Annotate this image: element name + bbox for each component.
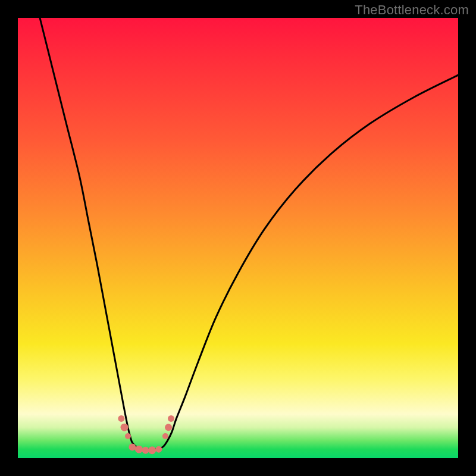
data-marker bbox=[165, 424, 172, 431]
data-marker bbox=[162, 433, 168, 439]
chart-plot-area bbox=[18, 18, 458, 458]
chart-frame: TheBottleneck.com bbox=[0, 0, 476, 476]
data-marker bbox=[148, 446, 156, 454]
data-marker bbox=[142, 447, 149, 454]
data-marker bbox=[118, 415, 124, 422]
data-marker bbox=[135, 446, 143, 453]
data-marker bbox=[155, 446, 162, 453]
data-marker bbox=[129, 444, 136, 451]
data-marker bbox=[121, 424, 129, 431]
watermark-text: TheBottleneck.com bbox=[355, 2, 469, 18]
data-marker bbox=[168, 415, 174, 422]
curve-group bbox=[40, 18, 458, 449]
curve-left-arm bbox=[40, 18, 154, 449]
data-marker bbox=[125, 433, 131, 439]
curve-right-arm bbox=[154, 75, 458, 449]
chart-svg bbox=[18, 18, 458, 458]
